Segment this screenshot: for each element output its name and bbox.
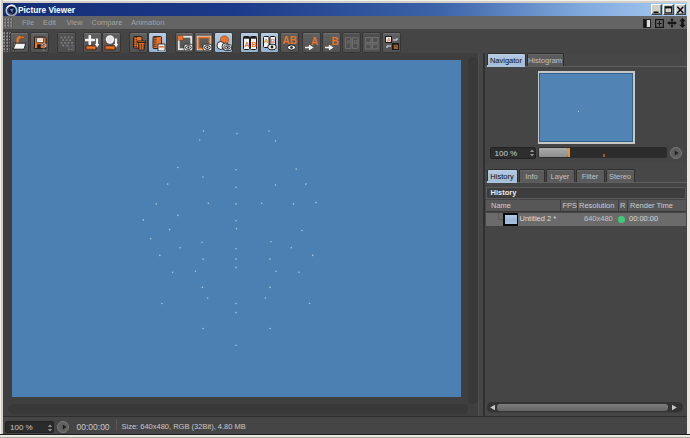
svg-text:A: A <box>264 38 269 44</box>
svg-text:B: B <box>394 44 399 50</box>
svg-text:A: A <box>347 39 352 45</box>
svg-text:B: B <box>354 39 359 45</box>
svg-text:A: A <box>244 41 249 48</box>
svg-text:B: B <box>331 35 338 46</box>
svg-text:B: B <box>251 41 256 48</box>
svg-text:B: B <box>270 38 275 44</box>
svg-text:A: A <box>387 37 392 43</box>
svg-text:AB: AB <box>283 35 297 46</box>
svg-text:12: 12 <box>67 43 75 50</box>
svg-text:A: A <box>311 35 318 46</box>
svg-text:?: ? <box>40 40 47 50</box>
